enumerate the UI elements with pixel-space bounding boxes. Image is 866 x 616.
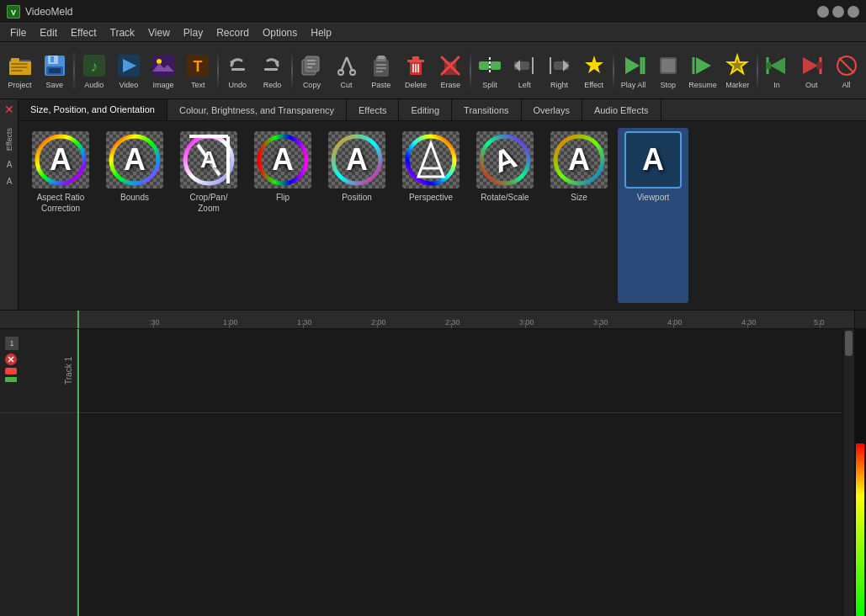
side-icon-1: A	[4, 159, 14, 169]
svg-rect-10	[50, 56, 54, 62]
redo-button[interactable]: Redo	[256, 46, 289, 95]
effect-perspective-icon	[402, 131, 460, 189]
close-button[interactable]	[847, 6, 859, 18]
left-button[interactable]: Left	[508, 46, 541, 95]
effect-bounds-icon: A	[106, 131, 163, 189]
effect-aspect-ratio[interactable]: A Aspect RatioCorrection	[25, 128, 96, 303]
volume-bar	[856, 443, 864, 616]
svg-marker-59	[585, 56, 603, 73]
menu-options[interactable]: Options	[256, 25, 304, 40]
menu-file[interactable]: File	[3, 25, 33, 40]
svg-rect-71	[766, 62, 771, 69]
ruler-mark-300: 3:00	[519, 318, 534, 327]
effect-viewport-icon: A	[624, 131, 682, 189]
right-label: Right	[550, 81, 568, 89]
effect-rotate-scale[interactable]: A Rotate/Scale	[470, 128, 540, 303]
play-all-icon	[620, 52, 647, 79]
audio-label: Audio	[84, 81, 104, 89]
effect-size[interactable]: A Size	[544, 128, 614, 303]
marker-button[interactable]: Marker	[721, 46, 754, 95]
play-all-button[interactable]: Play All	[617, 46, 650, 95]
effect-aspect-ratio-icon: A	[32, 131, 89, 189]
menu-track[interactable]: Track	[104, 25, 142, 40]
tab-overlays[interactable]: Overlays	[522, 99, 582, 120]
text-label: Text	[191, 81, 205, 89]
menu-effect[interactable]: Effect	[64, 25, 103, 40]
svg-rect-5	[11, 63, 28, 65]
tab-transitions[interactable]: Transitions	[452, 99, 521, 120]
audio-button[interactable]: ♪ Audio	[77, 46, 110, 95]
toolbar: Project Save ♪ Audio	[0, 42, 866, 99]
tab-effects[interactable]: Effects	[347, 99, 399, 120]
menu-play[interactable]: Play	[177, 25, 210, 40]
effect-bounds[interactable]: A Bounds	[99, 128, 170, 303]
svg-rect-43	[412, 56, 419, 61]
project-icon	[7, 52, 34, 79]
svg-text:A: A	[6, 160, 12, 169]
project-button[interactable]: Project	[3, 46, 36, 95]
effect-button[interactable]: Effect	[577, 46, 610, 95]
menu-help[interactable]: Help	[304, 25, 338, 40]
resume-button[interactable]: Resume	[686, 46, 719, 95]
ruler-mark-430: 4:30	[741, 318, 757, 327]
split-button[interactable]: Split	[474, 46, 507, 95]
image-icon	[150, 52, 177, 79]
video-button[interactable]: Video	[112, 46, 145, 95]
redo-label: Redo	[263, 81, 282, 89]
effect-rotate-scale-icon: A	[476, 131, 534, 189]
menu-view[interactable]: View	[141, 25, 177, 40]
menu-record[interactable]: Record	[210, 25, 256, 40]
image-button[interactable]: Image	[147, 46, 180, 95]
copy-icon	[298, 52, 325, 79]
tab-size-position[interactable]: Size, Position, and Orientation	[19, 99, 167, 120]
all-button[interactable]: All	[830, 46, 863, 95]
toolbar-divider-1	[73, 48, 75, 93]
tab-colour[interactable]: Colour, Brightness, and Transparency	[167, 99, 347, 120]
track-record-button[interactable]	[5, 368, 17, 374]
marker-label: Marker	[725, 81, 749, 89]
menu-edit[interactable]: Edit	[33, 25, 64, 40]
effect-crop-pan-zoom[interactable]: A Crop/Pan/Zoom	[173, 128, 244, 303]
copy-label: Copy	[303, 81, 321, 89]
scrollbar-thumb[interactable]	[845, 331, 853, 356]
effect-position[interactable]: A Position	[321, 128, 392, 303]
minimize-button[interactable]	[817, 6, 829, 18]
split-label: Split	[482, 81, 497, 89]
svg-rect-29	[307, 63, 316, 65]
effects-side-tab[interactable]: Effects	[3, 126, 15, 152]
delete-button[interactable]: Delete	[399, 46, 432, 95]
tab-editing[interactable]: Editing	[399, 99, 452, 120]
save-button[interactable]: Save	[38, 46, 71, 95]
timeline-ruler-row: :30 1:00 1:30 2:00 2:30 3:00 3:30 4:00 4…	[0, 311, 866, 329]
cut-button[interactable]: Cut	[330, 46, 363, 95]
effect-perspective[interactable]: Perspective	[396, 128, 466, 303]
text-button[interactable]: T Text	[182, 46, 215, 95]
timeline-ruler: :30 1:00 1:30 2:00 2:30 3:00 3:30 4:00 4…	[77, 311, 854, 328]
track-mute-button[interactable]	[5, 353, 17, 365]
cut-label: Cut	[341, 81, 353, 89]
stop-button[interactable]: Stop	[651, 46, 684, 95]
effect-viewport[interactable]: A Viewport	[618, 128, 688, 303]
side-icon-2: A	[4, 176, 14, 186]
svg-rect-64	[661, 59, 675, 72]
left-label: Left	[518, 81, 531, 89]
right-button[interactable]: Right	[543, 46, 576, 95]
paste-button[interactable]: Paste	[364, 46, 397, 95]
ruler-header-spacer	[0, 311, 77, 328]
toolbar-divider-2	[217, 48, 219, 93]
out-button[interactable]: Out	[795, 46, 828, 95]
erase-button[interactable]: Erase	[434, 46, 467, 95]
ruler-mark-330: 3:30	[593, 318, 608, 327]
toolbar-divider-6	[757, 48, 758, 93]
timeline-scrollbar[interactable]	[842, 329, 854, 616]
cut-icon	[333, 52, 360, 79]
maximize-button[interactable]	[832, 6, 844, 18]
close-panel-button[interactable]: ✕	[4, 99, 14, 119]
undo-button[interactable]: Undo	[221, 46, 254, 95]
in-button[interactable]: In	[761, 46, 794, 95]
tab-audio-effects[interactable]: Audio Effects	[582, 99, 661, 120]
effect-flip[interactable]: A Flip	[247, 128, 318, 303]
svg-rect-25	[264, 68, 278, 71]
effect-bounds-label: Bounds	[120, 192, 149, 203]
copy-button[interactable]: Copy	[295, 46, 328, 95]
